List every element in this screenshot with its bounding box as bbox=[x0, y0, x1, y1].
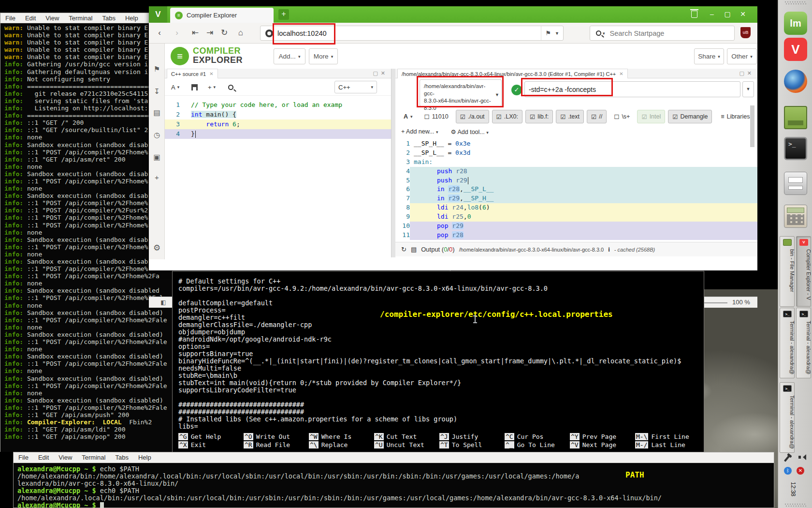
downloads-icon[interactable]: ↧ bbox=[149, 87, 165, 96]
libraries-button[interactable]: ≡ Libraries ▾ bbox=[721, 113, 754, 120]
vivaldi-browser-window[interactable]: V ≡ Compiler Explorer + – ▢ ✕ ‹ › ⇤ ⇥ ↻ … bbox=[149, 6, 757, 270]
search-input[interactable] bbox=[610, 30, 716, 37]
menu-item-file[interactable]: File bbox=[18, 454, 29, 461]
file-manager-launcher-icon[interactable] bbox=[784, 106, 807, 129]
nano-shortcut[interactable]: ^WWhere Is bbox=[309, 433, 374, 440]
menu-item-tabs[interactable]: Tabs bbox=[102, 15, 115, 22]
other-button[interactable]: Other▾ bbox=[727, 48, 757, 64]
windows-icon[interactable]: ▣ bbox=[149, 153, 165, 162]
menu-item-file[interactable]: File bbox=[5, 15, 15, 22]
vivaldi-launcher-icon[interactable]: V bbox=[784, 38, 807, 61]
notes-icon[interactable]: ▤ bbox=[149, 108, 165, 117]
taskbar-window-terminal-alexandra-[interactable]: >_Terminal - alexandra@ bbox=[780, 382, 795, 453]
printer-launcher-icon[interactable] bbox=[784, 172, 807, 195]
path-terminal-window[interactable]: FileEditViewTerminalTabsHelp alexandra@M… bbox=[13, 452, 774, 508]
plug-tray-icon[interactable] bbox=[784, 455, 790, 462]
search-code-icon[interactable] bbox=[225, 81, 237, 93]
pane-controls[interactable]: ▢✕ bbox=[739, 70, 754, 76]
settings-gear-icon[interactable]: ⚙ bbox=[149, 243, 165, 253]
taskbar-window-terminal-alexandra-[interactable]: >_Terminal - alexandra@ bbox=[780, 308, 795, 378]
maximize-button[interactable]: ▢ bbox=[720, 6, 735, 23]
save-icon[interactable] bbox=[188, 81, 201, 93]
nano-shortcut[interactable]: ^_Go To Line bbox=[505, 441, 570, 448]
filter--[interactable]: ☑// bbox=[587, 110, 607, 123]
minimize-button[interactable]: – bbox=[705, 6, 719, 23]
mint-menu-icon[interactable]: lm bbox=[784, 12, 807, 35]
close-button[interactable]: ✕ bbox=[736, 6, 750, 23]
home-icon[interactable]: ⌂ bbox=[234, 26, 247, 40]
font-size-button[interactable]: A ▾ bbox=[168, 81, 183, 93]
filter-11010[interactable]: ☐11010 bbox=[420, 110, 453, 123]
menu-item-edit[interactable]: Edit bbox=[25, 15, 36, 22]
nano-shortcut[interactable]: ^GGet Help bbox=[178, 433, 244, 440]
add-source-button[interactable]: + ▾ bbox=[204, 81, 219, 93]
nano-shortcut[interactable]: ^XExit bbox=[178, 441, 244, 448]
filter--s-[interactable]: ☐\s+ bbox=[609, 110, 634, 123]
nano-shortcut[interactable]: ^TTo Spell bbox=[439, 441, 505, 448]
rewind-icon[interactable]: ⇤ bbox=[188, 26, 202, 40]
menu-item-help[interactable]: Help bbox=[125, 15, 138, 22]
assembly-output-editor[interactable]: 1__SP_H__ = 0x3e2__SP_L__ = 0x3d3main:4p… bbox=[395, 139, 757, 242]
more-menu-button[interactable]: More▾ bbox=[309, 48, 338, 64]
nano-shortcut[interactable]: ^JJustify bbox=[439, 433, 505, 440]
asm-scrollbar[interactable] bbox=[750, 105, 754, 147]
panel-grip[interactable] bbox=[785, 1, 806, 5]
reload-icon[interactable]: ↻ bbox=[218, 26, 231, 40]
forward-icon[interactable]: › bbox=[170, 26, 184, 40]
source-code-editor[interactable]: 1// Type your code here, or load an exam… bbox=[165, 96, 391, 139]
back-icon[interactable]: ‹ bbox=[153, 26, 166, 40]
nano-shortcut[interactable]: ^VNext Page bbox=[570, 441, 635, 448]
trash-closed-tabs-icon[interactable] bbox=[691, 11, 697, 18]
menu-item-view[interactable]: View bbox=[58, 454, 72, 461]
nano-shortcut[interactable]: ^KCut Text bbox=[374, 433, 439, 440]
bookmark-flag-icon[interactable]: ⚑ bbox=[545, 30, 551, 37]
nano-shortcut[interactable]: M-/Last Line bbox=[635, 441, 700, 448]
taskbar-window-terminal-alexandra-[interactable]: >_Terminal - alexandra@ bbox=[796, 308, 811, 378]
bluetooth-tray-icon[interactable]: ᛒ bbox=[784, 467, 792, 475]
nano-shortcut[interactable]: ^OWrite Out bbox=[244, 433, 309, 440]
output-toggle[interactable]: Output (0/0) bbox=[421, 246, 454, 253]
terminal-launcher-icon[interactable]: >_ bbox=[784, 137, 807, 160]
pane-splitter[interactable] bbox=[392, 69, 395, 257]
nano-shortcut[interactable]: ^CCur Pos bbox=[505, 433, 570, 440]
filter-intel[interactable]: ☑Intel bbox=[637, 110, 665, 123]
filter--lx0-[interactable]: ☑.LX0: bbox=[492, 110, 522, 123]
browser-tab[interactable]: ≡ Compiler Explorer bbox=[170, 8, 274, 23]
nano-shortcut[interactable]: ^YPrev Page bbox=[570, 433, 635, 440]
close-tab-icon[interactable]: ✕ bbox=[209, 71, 213, 76]
firefox-launcher-icon[interactable] bbox=[784, 70, 807, 93]
bookmark-icon[interactable]: ⚑ bbox=[149, 65, 165, 74]
menu-item-tabs[interactable]: Tabs bbox=[115, 454, 128, 461]
share-button[interactable]: Share▾ bbox=[694, 48, 724, 64]
add-tool-button[interactable]: ⚙ Add tool... ▾ bbox=[450, 128, 488, 135]
options-dropdown-icon[interactable]: ▼ bbox=[742, 81, 754, 97]
fast-forward-icon[interactable]: ⇥ bbox=[203, 26, 217, 40]
nano-shortcut[interactable]: ^\Replace bbox=[309, 441, 374, 448]
nano-editor-terminal-window[interactable]: # Default settings for C++compilers=/usr… bbox=[172, 271, 704, 454]
source-tab[interactable]: C++ source #1✕ bbox=[167, 69, 218, 78]
vivaldi-menu-button[interactable]: V bbox=[149, 6, 167, 23]
taskbar-window-bin-file-manager[interactable]: bin - File Manager bbox=[780, 236, 795, 307]
font-size-button[interactable]: A ▾ bbox=[399, 110, 417, 123]
updates-shield-tray-icon[interactable]: ✕ bbox=[797, 467, 804, 475]
menu-item-edit[interactable]: Edit bbox=[38, 454, 49, 461]
bookmark-dropdown-icon[interactable]: ▼ bbox=[555, 31, 559, 36]
menu-item-terminal[interactable]: Terminal bbox=[69, 15, 92, 22]
add-panel-icon[interactable]: + bbox=[149, 173, 165, 181]
volume-tray-icon[interactable] bbox=[798, 454, 805, 460]
pane-controls[interactable]: ▢✕ bbox=[373, 70, 388, 76]
recompile-icon[interactable]: ↻ bbox=[401, 246, 406, 253]
filter-demangle[interactable]: ☑Demangle bbox=[668, 110, 712, 123]
filter--text[interactable]: ☑.text bbox=[556, 110, 584, 123]
history-icon[interactable]: ◷ bbox=[149, 131, 165, 139]
menu-item-terminal[interactable]: Terminal bbox=[82, 454, 105, 461]
info-icon[interactable]: i bbox=[608, 246, 610, 253]
nano-shortcut[interactable]: ^RRead File bbox=[244, 441, 309, 448]
taskbar-window-compiler-explorer-v[interactable]: VCompiler Explorer - V bbox=[796, 236, 811, 307]
ublock-extension-icon[interactable]: uB bbox=[740, 27, 751, 38]
search-engine-dropdown-icon[interactable]: ▾ bbox=[603, 31, 605, 36]
new-tab-button[interactable]: + bbox=[278, 9, 289, 20]
filter-lib-f-[interactable]: ☑lib.f: bbox=[525, 110, 553, 123]
menu-item-help[interactable]: Help bbox=[138, 454, 151, 461]
add-new-button[interactable]: + Add new... ▾ bbox=[401, 128, 438, 135]
